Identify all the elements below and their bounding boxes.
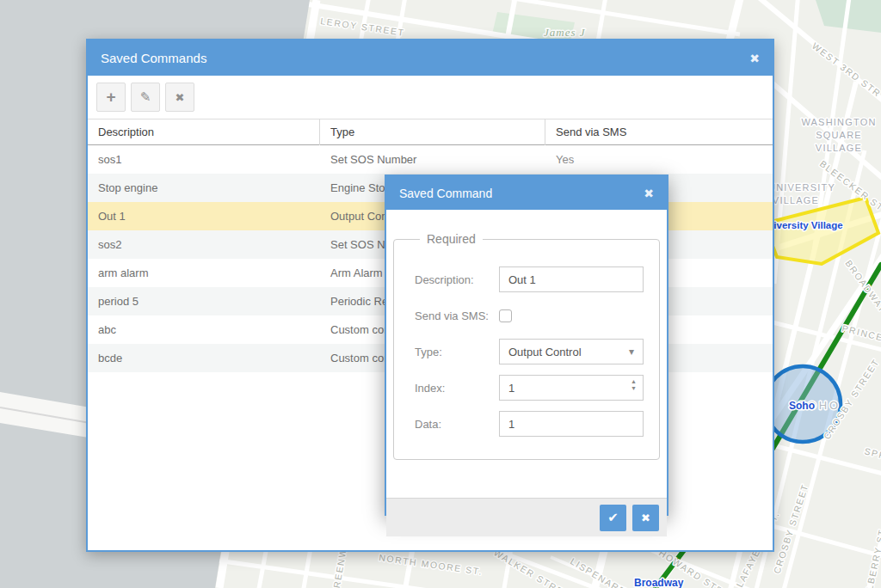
type-select-value: Output Control xyxy=(508,346,629,358)
type-select[interactable]: Output Control ▾ xyxy=(499,339,644,364)
fieldset-legend: Required xyxy=(420,232,483,246)
spin-up-icon[interactable]: ▲ xyxy=(631,378,637,384)
chevron-down-icon: ▾ xyxy=(629,346,634,358)
saved-command-titlebar[interactable]: Saved Command ✖ xyxy=(386,176,667,210)
table-header: Description Type Send via SMS xyxy=(88,119,773,145)
cell-description: sos1 xyxy=(88,153,320,166)
add-command-button[interactable]: + xyxy=(96,83,126,112)
close-icon[interactable]: ✖ xyxy=(644,187,654,199)
column-header-sms[interactable]: Send via SMS xyxy=(545,126,773,138)
geofence-label-broadway: Broadway xyxy=(634,577,684,588)
description-field[interactable] xyxy=(499,266,644,292)
area-label: WASHINGTON xyxy=(801,117,876,127)
form-footer: ✔ ✖ xyxy=(386,498,667,536)
saved-command-form: Required Description: Send via SMS: Type… xyxy=(386,232,667,536)
column-header-type[interactable]: Type xyxy=(320,119,545,145)
commands-toolbar: + ✎ ✖ xyxy=(88,76,773,119)
close-icon[interactable]: ✖ xyxy=(749,52,760,64)
column-header-description[interactable]: Description xyxy=(88,119,320,145)
cell-type: Set SOS Number xyxy=(320,153,545,166)
cell-description: period 5 xyxy=(88,295,320,308)
area-label: UNIVERSITY xyxy=(768,182,835,193)
description-label: Description: xyxy=(415,273,499,286)
cell-description: bcde xyxy=(88,352,320,364)
cancel-button[interactable]: ✖ xyxy=(632,505,659,531)
index-field[interactable] xyxy=(499,375,644,401)
spin-down-icon[interactable]: ▼ xyxy=(631,385,637,391)
dialog-title: Saved Commands xyxy=(101,51,206,65)
cell-description: arm alarm xyxy=(88,266,320,279)
required-fieldset: Required Description: Send via SMS: Type… xyxy=(393,232,660,460)
data-label: Data: xyxy=(415,418,499,431)
park-label: James J xyxy=(544,26,586,39)
cell-sms: Yes xyxy=(545,153,773,166)
dialog-title: Saved Command xyxy=(399,187,492,200)
area-label: VILLAGE xyxy=(773,195,819,205)
saved-command-dialog: Saved Command ✖ Required Description: Se… xyxy=(385,175,668,516)
confirm-button[interactable]: ✔ xyxy=(600,505,626,531)
sms-checkbox[interactable] xyxy=(499,309,512,322)
cell-description: Out 1 xyxy=(88,210,320,223)
area-label: VILLAGE xyxy=(816,143,862,153)
data-field[interactable] xyxy=(499,411,644,437)
type-label: Type: xyxy=(415,346,499,358)
cell-description: Stop engine xyxy=(88,181,320,194)
cell-description: sos2 xyxy=(88,238,320,251)
geofence-label-soho: Soho xyxy=(789,400,815,412)
sms-label: Send via SMS: xyxy=(415,309,499,322)
area-label: SQUARE xyxy=(816,130,862,140)
saved-commands-titlebar[interactable]: Saved Commands ✖ xyxy=(88,40,773,76)
index-label: Index: xyxy=(415,382,499,395)
table-row[interactable]: sos1 Set SOS Number Yes xyxy=(88,145,773,174)
cell-description: abc xyxy=(88,323,320,336)
app-stage: LEROY STREET WEST 3RD STR BLEECKER ST BR… xyxy=(0,0,881,588)
delete-command-button[interactable]: ✖ xyxy=(165,83,194,112)
edit-command-button[interactable]: ✎ xyxy=(131,83,160,112)
